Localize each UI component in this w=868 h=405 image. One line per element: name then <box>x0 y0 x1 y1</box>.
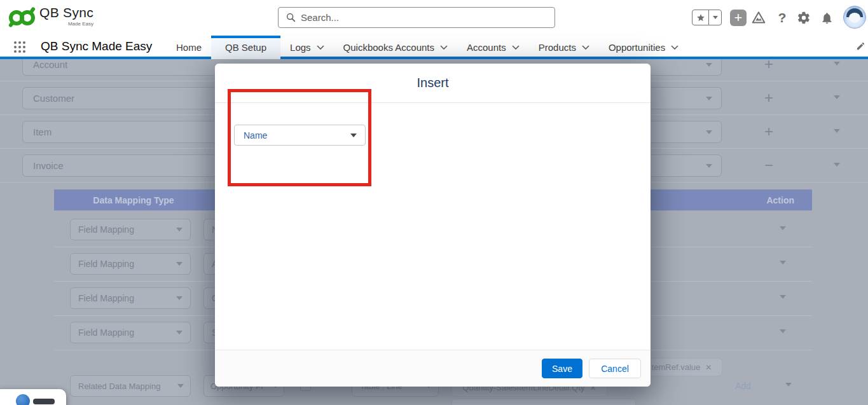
nav-tabs: Home QB Setup Logs Quickbooks Accounts A… <box>167 36 688 59</box>
chevron-down-icon[interactable] <box>834 129 840 133</box>
qb-logo-icon <box>9 8 37 27</box>
tab-logs[interactable]: Logs <box>280 36 334 59</box>
modal-footer: Save Cancel <box>215 350 651 387</box>
tab-home[interactable]: Home <box>167 36 211 59</box>
entity-label: Invoice <box>23 160 64 171</box>
tab-opportunities[interactable]: Opportunities <box>599 36 688 59</box>
chat-widget[interactable] <box>0 389 66 405</box>
chat-widget-text <box>33 399 55 404</box>
pill-label: temRef.value <box>652 362 701 372</box>
annotation-red-box <box>228 89 371 186</box>
tab-label: Products <box>539 42 576 53</box>
mapping-type-select[interactable]: Field Mapping <box>70 322 191 343</box>
chevron-down-icon <box>317 45 324 50</box>
mapping-type-select[interactable]: Field Mapping <box>70 253 191 275</box>
logo-title: QB Sync <box>39 5 93 20</box>
notifications-button[interactable] <box>819 10 834 26</box>
app-name: QB Sync Made Easy <box>41 39 152 53</box>
chevron-down-icon[interactable] <box>706 97 712 100</box>
entity-label: Account <box>23 59 67 70</box>
app-navbar: QB Sync Made Easy Home QB Setup Logs Qui… <box>0 36 868 59</box>
mapping-type-value: Field Mapping <box>71 327 134 338</box>
setup-button[interactable] <box>796 10 811 26</box>
table-header-type: Data Mapping Type <box>54 195 213 205</box>
global-search <box>278 7 555 28</box>
row-action-chevron-icon[interactable] <box>780 226 786 230</box>
favorites-control <box>692 10 722 25</box>
tab-label: Home <box>176 42 202 53</box>
chevron-down-icon[interactable] <box>834 62 840 65</box>
mapping-type-select[interactable]: Field Mapping <box>70 287 191 309</box>
tab-products[interactable]: Products <box>529 36 599 59</box>
mapping-type-value: Related Data Mapping <box>71 381 160 391</box>
edit-nav-button[interactable] <box>856 41 865 53</box>
mapping-type-value: Field Mapping <box>71 259 134 269</box>
chevron-down-icon <box>177 384 184 388</box>
trailhead-icon <box>751 10 766 25</box>
add-row-button[interactable]: + <box>764 90 773 106</box>
chat-bubble-icon <box>16 394 30 405</box>
logo-subtitle: Made Easy <box>39 21 93 27</box>
row-action-chevron-icon[interactable] <box>785 383 792 387</box>
chevron-down-icon <box>440 45 448 50</box>
search-input[interactable] <box>301 12 530 23</box>
tab-label: QB Setup <box>225 42 266 53</box>
avatar[interactable] <box>843 6 866 29</box>
row-action-chevron-icon[interactable] <box>780 295 786 299</box>
tab-accounts[interactable]: Accounts <box>457 36 529 59</box>
add-button[interactable]: Add <box>735 381 751 391</box>
chevron-down-icon[interactable] <box>834 95 840 99</box>
mapping-type-select[interactable]: Field Mapping <box>70 219 191 240</box>
trailhead-button[interactable] <box>750 10 767 26</box>
tab-label: Quickbooks Accounts <box>343 42 434 53</box>
chevron-down-icon <box>671 45 679 50</box>
chevron-down-icon <box>176 262 183 266</box>
mapping-type-select-related[interactable]: Related Data Mapping <box>70 375 191 397</box>
top-header: QB Sync Made Easy + ? <box>0 0 868 36</box>
help-button[interactable]: ? <box>776 10 789 26</box>
tab-quickbooks-accounts[interactable]: Quickbooks Accounts <box>334 36 457 59</box>
app-launcher-icon[interactable] <box>14 41 25 53</box>
favorites-dropdown-button[interactable] <box>709 10 721 25</box>
chevron-down-icon <box>176 228 183 231</box>
mapping-pill: Sales Price-SalesItemLineDetail.UnitPric… <box>451 399 636 405</box>
mapping-type-value: Field Mapping <box>71 293 134 303</box>
remove-row-button[interactable]: − <box>764 158 773 173</box>
logo-text: QB Sync Made Easy <box>39 5 93 27</box>
row-action-chevron-icon[interactable] <box>780 329 786 333</box>
table-header-action: Action <box>766 195 812 205</box>
entity-label: Item <box>23 127 52 137</box>
gear-icon <box>797 11 811 25</box>
chevron-down-icon <box>713 16 718 19</box>
entity-label: Customer <box>23 93 74 104</box>
chevron-down-icon[interactable] <box>706 63 712 67</box>
mapping-pill: temRef.value ✕ <box>641 358 722 376</box>
global-add-button[interactable]: + <box>730 10 747 26</box>
tab-label: Opportunities <box>609 42 665 53</box>
mapping-type-value: Field Mapping <box>71 224 134 235</box>
chevron-down-icon <box>582 45 589 50</box>
chevron-down-icon[interactable] <box>706 164 712 168</box>
chevron-down-icon[interactable] <box>834 163 840 167</box>
chevron-down-icon <box>176 331 183 334</box>
favorites-star-button[interactable] <box>692 10 709 25</box>
save-button[interactable]: Save <box>542 359 582 378</box>
tab-qb-setup[interactable]: QB Setup <box>211 36 280 59</box>
pencil-icon <box>856 41 865 51</box>
tab-label: Logs <box>290 42 311 53</box>
bell-icon <box>820 11 834 25</box>
cancel-button[interactable]: Cancel <box>589 359 641 378</box>
chevron-down-icon <box>512 45 520 50</box>
chevron-down-icon <box>176 296 183 300</box>
chevron-down-icon[interactable] <box>706 130 712 134</box>
plus-icon: + <box>734 11 743 25</box>
star-icon <box>696 13 705 22</box>
help-icon: ? <box>778 10 787 25</box>
search-icon <box>286 13 296 22</box>
tab-label: Accounts <box>467 42 506 53</box>
row-action-chevron-icon[interactable] <box>780 261 786 264</box>
remove-icon[interactable]: ✕ <box>705 363 712 372</box>
add-row-button[interactable]: + <box>764 124 773 139</box>
